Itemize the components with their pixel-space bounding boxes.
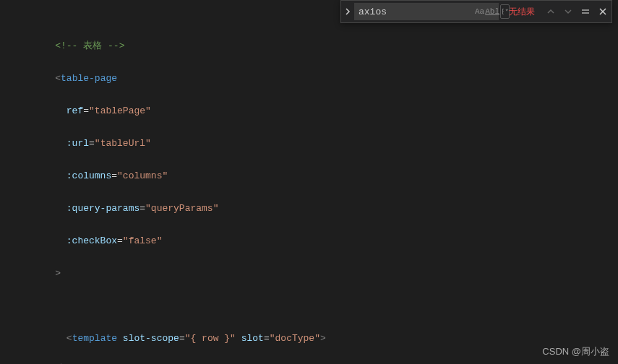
find-next-button[interactable] xyxy=(559,3,577,20)
find-widget: Aa Abl ⁅* 无结果 xyxy=(340,0,612,23)
svg-rect-0 xyxy=(582,9,589,11)
match-case-toggle[interactable]: Aa xyxy=(475,4,484,19)
find-input[interactable] xyxy=(359,6,474,17)
find-result-count: 无结果 xyxy=(502,6,542,18)
watermark: CSDN @周小盗 xyxy=(542,345,609,358)
find-toggle-replace[interactable] xyxy=(341,0,354,23)
find-prev-button[interactable] xyxy=(542,3,559,20)
svg-rect-1 xyxy=(582,12,589,14)
match-word-toggle[interactable]: Abl xyxy=(485,4,499,19)
code-editor[interactable]: <!-- 表格 --> <table-page ref="tablePage" … xyxy=(0,0,618,364)
code-comment: <!-- 表格 --> xyxy=(55,40,124,51)
find-close-button[interactable] xyxy=(594,3,611,20)
find-input-wrap: Aa Abl ⁅* xyxy=(354,3,499,20)
find-selection-button[interactable] xyxy=(577,3,594,20)
